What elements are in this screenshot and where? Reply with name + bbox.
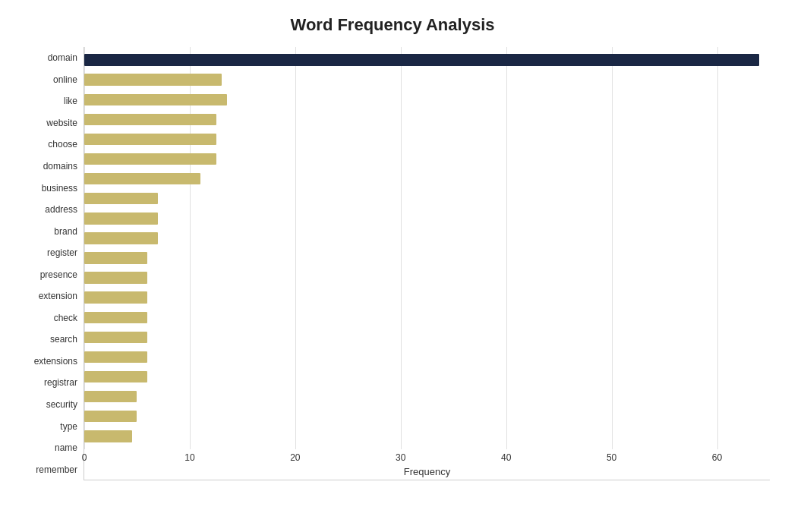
bar-website xyxy=(84,114,216,125)
bar-row xyxy=(84,268,770,288)
bar-row xyxy=(84,347,770,367)
x-tick: 30 xyxy=(396,452,405,463)
bars-container xyxy=(84,47,770,449)
bar-row xyxy=(84,407,770,427)
y-label: domains xyxy=(15,162,77,171)
bar-row xyxy=(84,248,770,268)
bar-row xyxy=(84,209,770,228)
bar-row xyxy=(84,50,770,70)
chart-container: Word Frequency Analysis domainonlinelike… xyxy=(0,0,785,532)
y-label: choose xyxy=(15,140,77,149)
y-axis: domainonlinelikewebsitechoosedomainsbusi… xyxy=(15,47,84,480)
x-tick: 0 xyxy=(82,452,87,463)
bar-extension xyxy=(84,272,147,283)
y-label: register xyxy=(15,248,77,257)
y-label: check xyxy=(15,313,77,323)
bar-type xyxy=(84,391,137,402)
x-tick: 50 xyxy=(607,452,616,463)
y-label: security xyxy=(15,400,77,409)
bar-register xyxy=(84,232,158,244)
bar-row xyxy=(84,327,770,347)
x-tick: 20 xyxy=(290,452,300,463)
bar-check xyxy=(84,291,147,303)
x-axis-label: Frequency xyxy=(84,466,770,480)
y-label: extensions xyxy=(15,357,77,366)
y-label: brand xyxy=(15,227,77,236)
bar-row xyxy=(84,129,770,149)
bar-row xyxy=(84,90,770,109)
bar-choose xyxy=(84,134,216,145)
y-label: extension xyxy=(15,291,77,301)
bar-business xyxy=(84,173,200,184)
x-tick: 60 xyxy=(712,452,722,463)
bar-online xyxy=(84,74,222,85)
bar-presence xyxy=(84,252,147,263)
y-label: website xyxy=(15,118,77,127)
chart-area: domainonlinelikewebsitechoosedomainsbusi… xyxy=(15,47,770,480)
grid-and-bars xyxy=(84,47,770,449)
bar-domains xyxy=(84,153,216,165)
bar-row xyxy=(84,189,770,209)
y-label: business xyxy=(15,184,77,193)
bar-address xyxy=(84,193,158,204)
bar-name xyxy=(84,411,137,422)
bar-like xyxy=(84,94,227,105)
bar-row xyxy=(84,228,770,248)
y-label: online xyxy=(15,75,77,84)
y-label: address xyxy=(15,205,77,214)
x-tick: 10 xyxy=(184,452,194,463)
plot-area: 0102030405060 Frequency xyxy=(84,47,770,480)
bar-extensions xyxy=(84,332,147,343)
y-label: like xyxy=(15,96,77,105)
y-label: registrar xyxy=(15,378,77,387)
bar-search xyxy=(84,312,147,323)
bar-row xyxy=(84,149,770,168)
bar-row xyxy=(84,427,770,446)
bar-row xyxy=(84,307,770,327)
y-label: name xyxy=(15,443,77,452)
x-axis: 0102030405060 Frequency xyxy=(84,449,770,480)
bar-remember xyxy=(84,430,132,442)
bar-row xyxy=(84,367,770,387)
bar-row xyxy=(84,169,770,189)
chart-title: Word Frequency Analysis xyxy=(15,15,770,35)
y-label: type xyxy=(15,422,77,431)
bar-security xyxy=(84,371,147,382)
y-label: search xyxy=(15,335,77,344)
bar-row xyxy=(84,70,770,90)
bar-domain xyxy=(84,54,759,65)
bar-brand xyxy=(84,212,158,224)
y-label: presence xyxy=(15,270,77,279)
y-label: remember xyxy=(15,465,77,474)
bar-registrar xyxy=(84,351,147,363)
y-label: domain xyxy=(15,53,77,62)
x-tick: 40 xyxy=(501,452,511,463)
plot-wrapper: 0102030405060 Frequency xyxy=(84,47,770,480)
bar-row xyxy=(84,109,770,129)
bar-row xyxy=(84,387,770,407)
bar-row xyxy=(84,288,770,307)
